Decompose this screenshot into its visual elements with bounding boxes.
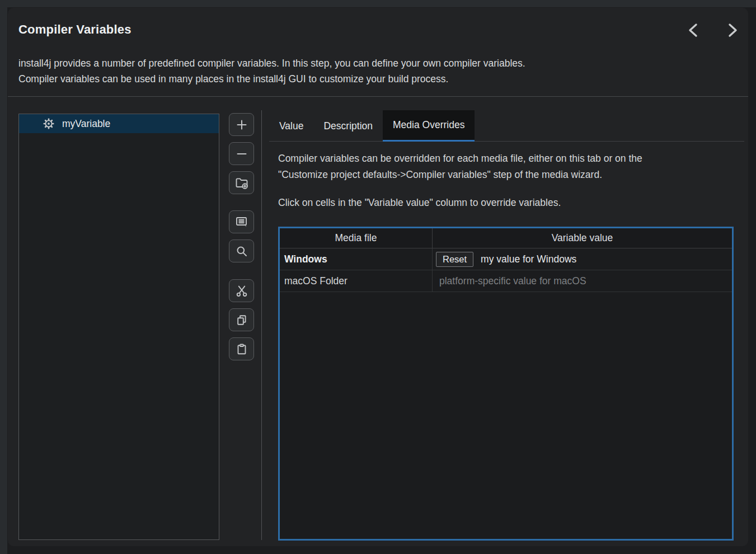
- chevron-left-icon: [686, 21, 701, 39]
- scissors-icon: [235, 284, 248, 298]
- table-row-macos-folder: macOS Folder platform-specific value for…: [280, 270, 732, 292]
- placeholder-value-text: platform-specific value for macOS: [436, 275, 586, 287]
- intro-line-2: "Customize project defaults->Compiler va…: [278, 167, 642, 183]
- media-overrides-hint: Click on cells in the "Variable value" c…: [278, 197, 561, 209]
- tab-value[interactable]: Value: [269, 110, 313, 142]
- list-item-myvariable[interactable]: myVariable: [19, 114, 219, 133]
- add-folder-button[interactable]: [229, 171, 254, 194]
- media-overrides-table: Media file Variable value Windows Reset …: [278, 227, 734, 541]
- add-button[interactable]: [229, 113, 254, 136]
- tab-description[interactable]: Description: [313, 110, 383, 142]
- column-header-media-file: Media file: [280, 228, 433, 248]
- page-description: install4j provides a number of predefine…: [18, 55, 525, 87]
- intro-line-1: Compiler variables can be overridden for…: [278, 151, 642, 167]
- override-value-text: my value for Windows: [481, 253, 576, 265]
- column-header-variable-value: Variable value: [433, 228, 732, 248]
- variable-name-label: myVariable: [62, 118, 110, 130]
- comment-icon: [234, 215, 248, 229]
- gear-icon: [43, 118, 55, 130]
- reset-button[interactable]: Reset: [436, 252, 473, 267]
- media-overrides-intro: Compiler variables can be overridden for…: [278, 151, 642, 183]
- chevron-right-icon: [725, 21, 740, 39]
- tab-media-overrides[interactable]: Media Overrides: [383, 110, 475, 142]
- comments-button[interactable]: [229, 210, 254, 233]
- search-button[interactable]: [229, 240, 254, 262]
- tab-bar: Value Description Media Overrides: [269, 110, 744, 142]
- minus-icon: [235, 147, 248, 161]
- window-frame-top: [0, 0, 756, 7]
- media-file-cell: macOS Folder: [280, 270, 433, 292]
- variable-value-cell[interactable]: Reset my value for Windows: [433, 248, 732, 270]
- variables-list: myVariable: [18, 114, 219, 540]
- page-description-line-2: Compiler variables can be used in many p…: [18, 71, 525, 87]
- paste-button[interactable]: [229, 337, 254, 360]
- panel-separator: [261, 110, 262, 540]
- clipboard-icon: [235, 342, 248, 356]
- next-step-button[interactable]: [724, 20, 741, 40]
- table-row-windows: Windows Reset my value for Windows: [280, 248, 732, 270]
- page-description-line-1: install4j provides a number of predefine…: [18, 55, 525, 71]
- window-frame-left: [0, 0, 7, 554]
- folder-plus-icon: [234, 176, 249, 190]
- remove-button[interactable]: [229, 142, 254, 165]
- variable-value-cell[interactable]: platform-specific value for macOS: [433, 270, 732, 292]
- copy-icon: [235, 313, 248, 327]
- header-divider: [8, 96, 748, 97]
- media-file-cell: Windows: [280, 248, 433, 270]
- plus-icon: [235, 118, 248, 132]
- prev-step-button[interactable]: [685, 20, 702, 40]
- page-title: Compiler Variables: [18, 22, 132, 37]
- magnifier-icon: [235, 245, 248, 258]
- cut-button[interactable]: [229, 279, 254, 302]
- copy-button[interactable]: [229, 308, 254, 331]
- table-header-row: Media file Variable value: [280, 228, 732, 248]
